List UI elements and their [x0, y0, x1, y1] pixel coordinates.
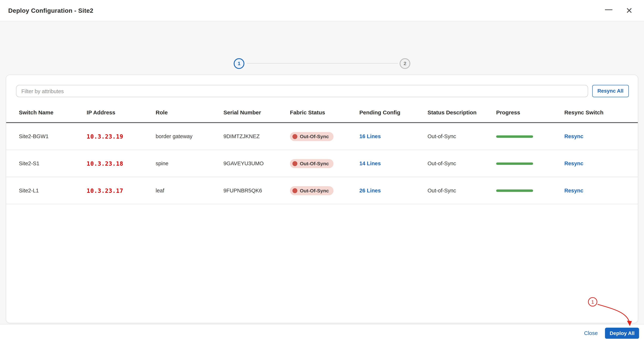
progress-bar	[496, 189, 533, 192]
resync-link[interactable]: Resync	[564, 160, 584, 167]
wizard-stepper: 1 2 Config Preview Deploy Progress	[0, 21, 644, 67]
status-dot-icon	[292, 161, 298, 166]
serial-number: 9GAVEYU3UMO	[223, 160, 290, 167]
switch-name: Site2-S1	[19, 160, 87, 167]
dialog-titlebar: Deploy Configuration - Site2 — ✕	[0, 0, 644, 21]
switch-role: leaf	[156, 187, 224, 193]
column-header-ip-address: IP Address	[87, 110, 156, 116]
step-circle-deploy-progress: 2	[400, 58, 410, 69]
table-row: Site2-S1 10.3.23.18 spine 9GAVEYU3UMO Ou…	[6, 150, 638, 177]
pending-config-link[interactable]: 16 Lines	[359, 133, 381, 140]
deploy-all-button[interactable]: Deploy All	[605, 328, 639, 339]
column-header-switch-name: Switch Name	[19, 110, 87, 116]
column-header-status-description: Status Description	[428, 110, 496, 116]
fabric-status-badge: Out-Of-Sync	[290, 132, 334, 141]
progress-bar-fill	[496, 162, 533, 165]
fabric-status-label: Out-Of-Sync	[300, 134, 329, 139]
minimize-icon[interactable]: —	[603, 5, 614, 16]
resync-link[interactable]: Resync	[564, 187, 584, 193]
filter-input[interactable]	[16, 85, 588, 97]
switch-name: Site2-L1	[19, 187, 87, 193]
fabric-status-badge: Out-Of-Sync	[290, 159, 334, 168]
table-row: Site2-L1 10.3.23.17 leaf 9FUPNBR5QK6 Out…	[6, 177, 638, 204]
stepper-connector	[247, 63, 398, 63]
fabric-status-badge: Out-Of-Sync	[290, 186, 334, 195]
switch-role: border gateway	[156, 133, 224, 140]
status-description: Out-of-Sync	[428, 133, 496, 140]
close-icon[interactable]: ✕	[624, 5, 635, 16]
fabric-status-label: Out-Of-Sync	[300, 161, 329, 166]
status-description: Out-of-Sync	[428, 187, 496, 193]
ip-address: 10.3.23.18	[87, 160, 156, 167]
serial-number: 9FUPNBR5QK6	[223, 187, 290, 193]
resync-link[interactable]: Resync	[564, 133, 584, 140]
pending-config-link[interactable]: 14 Lines	[359, 160, 381, 167]
column-header-fabric-status: Fabric Status	[290, 110, 360, 116]
column-header-role: Role	[156, 110, 224, 116]
ip-address: 10.3.23.17	[87, 187, 156, 194]
switch-role: spine	[156, 160, 224, 167]
close-button[interactable]: Close	[584, 330, 598, 336]
step-circle-config-preview: 1	[234, 58, 244, 69]
column-header-progress: Progress	[496, 110, 564, 116]
progress-bar	[496, 162, 533, 165]
dialog-footer: Close Deploy All	[0, 324, 644, 342]
resync-all-button[interactable]: Resync All	[592, 85, 629, 97]
progress-bar-fill	[496, 189, 533, 192]
table-header-row: Switch Name IP Address Role Serial Numbe…	[6, 110, 638, 123]
fabric-status-label: Out-Of-Sync	[300, 188, 329, 193]
progress-bar	[496, 135, 533, 138]
table-row: Site2-BGW1 10.3.23.19 border gateway 9DI…	[6, 123, 638, 150]
column-header-serial-number: Serial Number	[223, 110, 290, 116]
table-toolbar: Resync All	[16, 85, 629, 97]
status-dot-icon	[292, 188, 298, 193]
status-dot-icon	[292, 134, 298, 139]
ip-address: 10.3.23.19	[87, 133, 156, 140]
serial-number: 9DIMTZJKNEZ	[223, 133, 290, 140]
switch-name: Site2-BGW1	[19, 133, 87, 140]
column-header-resync-switch: Resync Switch	[564, 110, 629, 116]
pending-config-link[interactable]: 26 Lines	[359, 187, 381, 193]
column-header-pending-config: Pending Config	[359, 110, 428, 116]
progress-bar-fill	[496, 135, 533, 138]
config-preview-panel: Resync All Switch Name IP Address Role S…	[6, 75, 638, 323]
status-description: Out-of-Sync	[428, 160, 496, 167]
page-title: Deploy Configuration - Site2	[8, 7, 93, 14]
